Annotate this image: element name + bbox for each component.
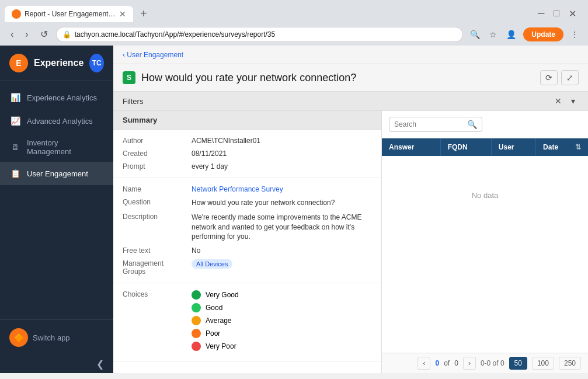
content-area: Summary Author ACME\TCNInstaller01 Creat… — [113, 111, 588, 373]
url-text: tachyon.acme.local/Tachyon/App/#/experie… — [75, 30, 457, 39]
breadcrumb-link[interactable]: User Engagement — [123, 51, 183, 59]
breadcrumb: User Engagement — [113, 46, 588, 64]
choice-dot-very-poor — [192, 342, 201, 351]
sidebar-item-inventory-management[interactable]: 🖥 Inventory Management — [0, 133, 113, 162]
freetext-value: No — [192, 246, 372, 255]
tab-close-button[interactable]: ✕ — [119, 9, 126, 19]
column-user[interactable]: User — [491, 138, 535, 156]
summary-choices-header: Choices Very Good Good — [123, 290, 372, 354]
close-filter-button[interactable]: ✕ — [551, 95, 565, 107]
user-avatar[interactable]: TC — [89, 54, 104, 72]
summary-mgmt-row: Management Groups All Devices — [123, 259, 372, 276]
search-input[interactable] — [394, 120, 464, 128]
toggle-filter-button[interactable]: ▾ — [568, 95, 579, 107]
expand-button[interactable]: ⤢ — [561, 70, 579, 85]
switch-app-label: Switch app — [33, 333, 70, 342]
author-label: Author — [123, 137, 187, 145]
page-size-100[interactable]: 100 — [532, 357, 554, 370]
search-input-wrap[interactable]: 🔍 — [389, 117, 482, 132]
collapse-button[interactable]: ❮ — [96, 359, 104, 370]
maximize-button[interactable]: □ — [554, 8, 559, 19]
sidebar-footer: 🔶 Switch app — [0, 319, 113, 355]
choice-dot-average — [192, 316, 201, 325]
name-value[interactable]: Network Performance Survey — [192, 185, 372, 193]
prev-page-button[interactable]: ‹ — [417, 357, 430, 370]
choice-dot-poor — [192, 329, 201, 338]
lock-icon: 🔒 — [62, 30, 71, 39]
column-answer[interactable]: Answer — [382, 138, 440, 156]
sidebar-item-experience-analytics[interactable]: 📊 Experience Analytics — [0, 86, 113, 109]
filters-bar: Filters ✕ ▾ — [113, 92, 588, 111]
experience-analytics-icon: 📊 — [9, 92, 21, 103]
choice-label-average: Average — [206, 317, 231, 325]
tab-title: Report - User Engagement - Exp... — [25, 10, 116, 18]
question-value: How would you rate your network connecti… — [192, 198, 372, 208]
current-page: 0 — [435, 359, 439, 367]
choice-label-poor: Poor — [206, 329, 220, 338]
forward-button[interactable]: › — [22, 27, 32, 42]
sidebar-nav: 📊 Experience Analytics 📈 Advanced Analyt… — [0, 81, 113, 319]
sort-icon[interactable]: ⇅ — [575, 143, 581, 151]
sidebar-item-user-engagement[interactable]: 📋 User Engagement — [0, 162, 113, 185]
freetext-label: Free text — [123, 246, 187, 255]
bookmark-icon[interactable]: ☆ — [487, 27, 499, 41]
sidebar-item-advanced-analytics[interactable]: 📈 Advanced Analytics — [0, 109, 113, 133]
column-fqdn[interactable]: FQDN — [440, 138, 491, 156]
switch-app-button[interactable]: 🔶 Switch app — [9, 328, 104, 347]
search-browser-icon[interactable]: 🔍 — [468, 27, 482, 41]
data-table: Answer FQDN User Date ⇅ No — [382, 138, 588, 235]
sidebar-header: E Experience TC — [0, 46, 113, 81]
app-container: E Experience TC 📊 Experience Analytics 📈… — [0, 46, 588, 373]
filters-label: Filters — [123, 97, 143, 106]
sidebar-collapse: ❮ — [0, 355, 113, 373]
url-bar[interactable]: 🔒 tachyon.acme.local/Tachyon/App/#/exper… — [56, 27, 464, 42]
summary-body: Author ACME\TCNInstaller01 Created 08/11… — [113, 130, 381, 362]
sidebar-label-inventory-management: Inventory Management — [27, 138, 104, 156]
active-tab[interactable]: Report - User Engagement - Exp... ✕ — [5, 6, 133, 22]
next-page-button[interactable]: › — [463, 357, 476, 370]
summary-section-meta: Author ACME\TCNInstaller01 Created 08/11… — [113, 130, 381, 178]
page-title: How would you rate your network connecti… — [141, 72, 534, 84]
app-name: Experience — [34, 58, 83, 68]
created-label: Created — [123, 149, 187, 158]
choice-label-very-good: Very Good — [206, 291, 239, 299]
question-label: Question — [123, 198, 187, 208]
sidebar-label-user-engagement: User Engagement — [27, 169, 88, 178]
list-item: Poor — [192, 329, 372, 338]
table-head: Answer FQDN User Date ⇅ — [382, 138, 588, 156]
choice-dot-good — [192, 303, 201, 312]
back-button[interactable]: ‹ — [7, 27, 17, 42]
inventory-management-icon: 🖥 — [9, 141, 21, 153]
summary-author-row: Author ACME\TCNInstaller01 — [123, 137, 372, 145]
page-size-250[interactable]: 250 — [559, 357, 581, 370]
pagination-bar: ‹ 0 of 0 › 0-0 of 0 50 100 250 — [382, 353, 588, 373]
new-tab-button[interactable]: + — [135, 5, 152, 23]
page-title-actions: ⟳ ⤢ — [540, 70, 579, 85]
update-button[interactable]: Update — [523, 27, 563, 41]
choice-label-very-poor: Very Poor — [206, 342, 236, 350]
user-engagement-icon: 📋 — [9, 168, 21, 179]
sidebar-label-experience-analytics: Experience Analytics — [27, 93, 97, 102]
prompt-label: Prompt — [123, 162, 187, 171]
list-item: Average — [192, 316, 372, 325]
prompt-value: every 1 day — [192, 162, 372, 171]
page-size-50[interactable]: 50 — [509, 357, 527, 370]
close-window-button[interactable]: ✕ — [569, 8, 576, 19]
description-value: We're recently made some improvements to… — [192, 213, 372, 242]
tab-favicon — [12, 9, 21, 19]
title-icon: S — [123, 71, 135, 84]
switch-app-icon: 🔶 — [9, 328, 28, 347]
menu-icon[interactable]: ⋮ — [568, 27, 581, 41]
summary-created-row: Created 08/11/2021 — [123, 149, 372, 158]
summary-freetext-row: Free text No — [123, 246, 372, 255]
profile-icon[interactable]: 👤 — [504, 27, 519, 41]
main-content: User Engagement S How would you rate you… — [113, 46, 588, 373]
name-label: Name — [123, 185, 187, 193]
summary-name-row: Name Network Performance Survey — [123, 185, 372, 193]
minimize-button[interactable]: ─ — [538, 8, 544, 19]
record-range: 0-0 of 0 — [481, 359, 505, 367]
browser-chrome: Report - User Engagement - Exp... ✕ + ─ … — [0, 0, 588, 46]
column-date[interactable]: Date ⇅ — [536, 138, 588, 156]
reload-button[interactable]: ↺ — [37, 26, 51, 42]
refresh-button[interactable]: ⟳ — [540, 70, 558, 85]
